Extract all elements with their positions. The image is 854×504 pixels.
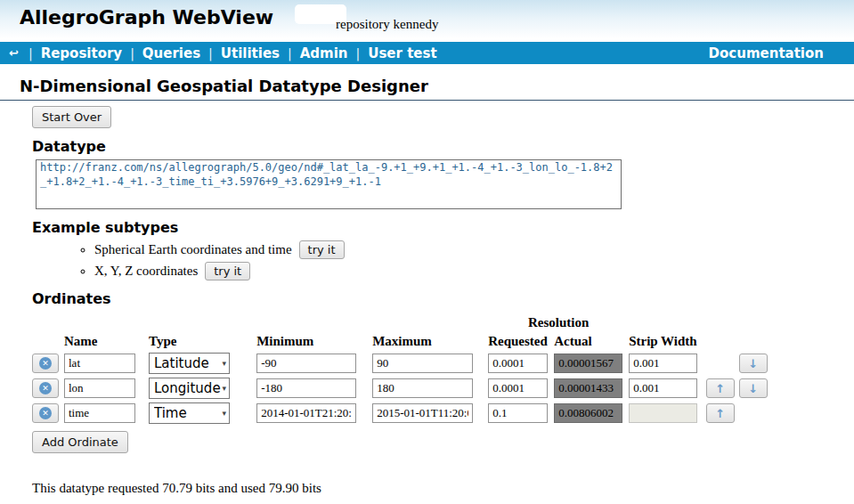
- up-arrow-icon: ↑: [715, 407, 725, 420]
- selected-type-value: Time: [154, 405, 187, 421]
- down-arrow-icon: ↓: [748, 357, 758, 370]
- ordinate-type-select[interactable]: Time▾: [149, 402, 230, 424]
- column-header-actual: Actual: [554, 334, 629, 349]
- resolution-requested-input[interactable]: [488, 354, 548, 373]
- column-header-minimum: Minimum: [256, 334, 372, 349]
- datatype-textarea[interactable]: http://franz.com/ns/allegrograph/5.0/geo…: [36, 159, 622, 209]
- datatype-heading: Datatype: [32, 138, 854, 155]
- nav-item-utilities[interactable]: Utilities: [221, 45, 280, 61]
- delete-icon: ✕: [39, 357, 52, 370]
- column-header-maximum: Maximum: [372, 334, 488, 349]
- nav-separator: |: [130, 46, 134, 61]
- resolution-requested-input[interactable]: [488, 378, 548, 398]
- resolution-actual-value: 0.00001433: [554, 378, 622, 398]
- app-title: AllegroGraph WebView: [20, 6, 273, 28]
- nav-item-documentation[interactable]: Documentation: [709, 45, 824, 61]
- strip-width-input[interactable]: [629, 354, 697, 373]
- list-item: Spherical Earth coordinates and timetry …: [94, 240, 854, 259]
- ordinate-name-input[interactable]: [64, 403, 135, 423]
- delete-ordinate-button[interactable]: ✕: [32, 354, 59, 373]
- strip-width-input[interactable]: [629, 378, 697, 398]
- list-item: X, Y, Z coordinatestry it: [94, 262, 854, 280]
- delete-icon: ✕: [39, 407, 52, 419]
- subtype-label: Spherical Earth coordinates and time: [94, 242, 292, 256]
- move-down-button[interactable]: ↓: [739, 354, 768, 373]
- try-it-button-spherical[interactable]: try it: [299, 240, 345, 259]
- ordinate-maximum-input[interactable]: [372, 378, 473, 398]
- up-arrow-icon: ↑: [715, 382, 725, 395]
- down-arrow-icon: ↓: [748, 382, 758, 395]
- nav-separator: |: [208, 46, 213, 61]
- move-up-button[interactable]: ↑: [706, 378, 735, 398]
- page-title: N-Dimensional Geospatial Datatype Design…: [20, 77, 854, 95]
- repository-label: repository kennedy: [336, 17, 438, 32]
- title-bar: N-Dimensional Geospatial Datatype Design…: [0, 77, 854, 101]
- column-header-type: Type: [149, 334, 256, 349]
- ordinates-heading: Ordinates: [32, 290, 854, 307]
- resolution-actual-value: 0.00001567: [554, 354, 622, 373]
- strip-width-input-disabled: [629, 403, 697, 423]
- example-subtypes-heading: Example subtypes: [32, 219, 854, 236]
- dropdown-arrow-icon: ▾: [223, 359, 227, 368]
- dropdown-arrow-icon: ▾: [223, 409, 227, 418]
- ordinate-maximum-input[interactable]: [372, 403, 473, 423]
- ordinate-minimum-input[interactable]: [256, 403, 356, 423]
- move-up-button[interactable]: ↑: [706, 403, 735, 423]
- bits-summary: This datatype requested 70.79 bits and u…: [32, 481, 854, 496]
- nav-separator: |: [356, 46, 361, 61]
- nav-bar: ↩ | Repository | Queries | Utilities | A…: [0, 42, 854, 64]
- ordinate-row-time: ✕ Time▾ 0.00806002 ↑: [32, 402, 768, 424]
- delete-icon: ✕: [39, 382, 52, 394]
- ordinates-table: Resolution Name Type Minimum Maximum Req…: [32, 312, 768, 427]
- ordinate-name-input[interactable]: [64, 354, 135, 373]
- move-down-button[interactable]: ↓: [739, 378, 768, 398]
- resolution-actual-value: 0.00806002: [554, 403, 622, 423]
- nav-separator: |: [288, 46, 292, 61]
- page-header: AllegroGraph WebView repository kennedy: [0, 0, 854, 42]
- nav-item-user-test[interactable]: User test: [368, 45, 436, 61]
- ordinate-row-lat: ✕ Latitude▾ 0.00001567 ↓: [32, 353, 768, 374]
- resolution-requested-input[interactable]: [488, 403, 548, 423]
- selected-type-value: Longitude: [154, 380, 221, 396]
- delete-ordinate-button[interactable]: ✕: [32, 378, 59, 398]
- try-it-button-xyz[interactable]: try it: [205, 262, 250, 280]
- example-subtypes-list: Spherical Earth coordinates and timetry …: [32, 240, 854, 280]
- start-over-button[interactable]: Start Over: [32, 106, 111, 128]
- ordinate-name-input[interactable]: [64, 378, 135, 398]
- column-header-name: Name: [64, 334, 149, 349]
- resolution-header: Resolution: [488, 315, 629, 330]
- nav-item-queries[interactable]: Queries: [142, 45, 200, 61]
- ordinate-maximum-input[interactable]: [372, 354, 473, 373]
- selected-type-value: Latitude: [154, 355, 209, 371]
- ordinate-type-select[interactable]: Longitude▾: [149, 378, 230, 399]
- nav-item-admin[interactable]: Admin: [300, 45, 348, 61]
- ordinate-minimum-input[interactable]: [256, 354, 356, 373]
- column-header-requested: Requested: [488, 334, 554, 349]
- dropdown-arrow-icon: ▾: [223, 384, 227, 393]
- subtype-label: X, Y, Z coordinates: [94, 264, 198, 278]
- add-ordinate-button[interactable]: Add Ordinate: [32, 431, 128, 453]
- ordinate-type-select[interactable]: Latitude▾: [149, 353, 230, 374]
- column-header-strip-width: Strip Width: [629, 334, 706, 349]
- ordinate-row-lon: ✕ Longitude▾ 0.00001433 ↑ ↓: [32, 378, 768, 399]
- nav-item-repository[interactable]: Repository: [41, 45, 123, 61]
- back-icon[interactable]: ↩: [7, 46, 20, 60]
- ordinate-minimum-input[interactable]: [256, 378, 356, 398]
- nav-separator: |: [28, 46, 33, 61]
- delete-ordinate-button[interactable]: ✕: [32, 403, 59, 423]
